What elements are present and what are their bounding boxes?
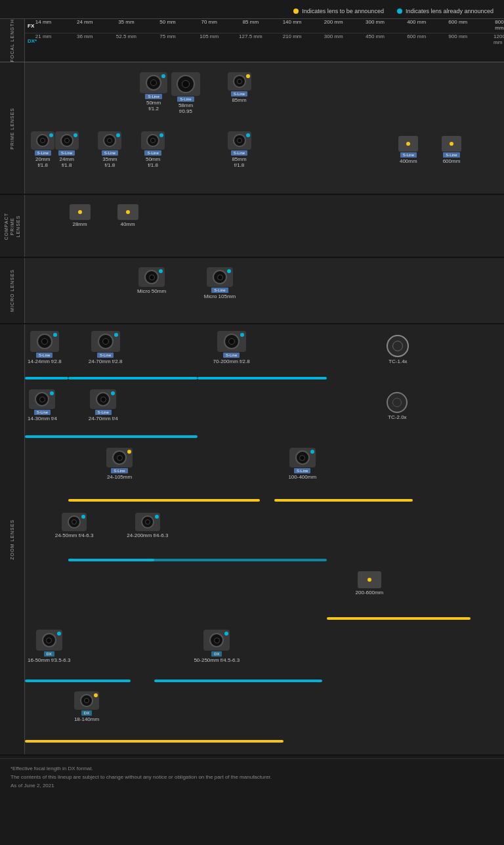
lens-50-1.2: S-Line 50mm f/1.2 [140, 72, 167, 112]
zoom-label-container: ZOOM LENSES [0, 324, 25, 754]
zoom-row2: S-Line 14-30mm f/4 S-Line 24-70mm f/4 [25, 388, 504, 444]
bar-50-250-dx [154, 680, 322, 682]
lens-400mm: S-Line 400mm [398, 136, 418, 164]
fx-tick-70: 70 mm [201, 19, 217, 25]
fx-tick-14: 14 mm [35, 19, 51, 25]
focal-ticks-container: FX 14 mm 24 mm 35 mm 50 mm 70 mm 85 mm 1… [25, 19, 504, 62]
lens-600mm: S-Line 600mm [442, 136, 461, 164]
dx-tick-1200: 1200 mm [494, 33, 504, 45]
zoom-row5: 200-600mm [25, 570, 504, 626]
tc-2.0x: TC-2.0x [387, 392, 408, 420]
dx-tick-75: 75 mm [159, 33, 175, 39]
dx-tick-450: 450 mm [366, 33, 385, 39]
blue-dot-icon [397, 9, 402, 14]
dx-tick-300: 300 mm [324, 33, 343, 39]
zoom-row4: 24-50mm f/4-6.3 24-200mm f/4-6.3 [25, 511, 504, 567]
lens-24-1.8: S-Line 24mm f/1.8 [55, 131, 79, 168]
fx-tick-600: 600 mm [448, 19, 467, 25]
dx-tick-36: 36 mm [77, 33, 93, 39]
lens-40mm: 40mm [117, 204, 138, 227]
bar-18-140-dx [25, 740, 284, 743]
legend-blue: Indicates lens already announced [397, 8, 494, 14]
compact-content: 28mm 40mm [25, 195, 504, 257]
footer-date: As of June 2, 2021 [10, 783, 494, 789]
zoom-row6: DX 16-50mm f/3.5-6.3 DX 50-250mm f/4.5-6… [25, 628, 504, 687]
compact-section: COMPACTPRIMELENSES 28mm 40mm [0, 195, 504, 258]
prime-row2: S-Line 20mm f/1.8 S-Line 24mm f/1.8 [25, 128, 504, 187]
lens-18-140-dx: DX 18-140mm [74, 691, 99, 722]
footer-note1: *Effective focal length in DX format. [10, 766, 494, 771]
tc-1.4x: TC-1.4x [387, 335, 409, 364]
micro-content: Micro 50mm S-Line Micro 105mm [25, 258, 504, 323]
legend: Indicates lens to be announced Indicates… [0, 5, 504, 18]
compact-label-container: COMPACTPRIMELENSES [0, 195, 25, 257]
lens-58-0.95: S-Line 58mm f/0.95 [171, 72, 200, 114]
fx-tick-50: 50 mm [159, 19, 175, 25]
zoom-row1: S-Line 14-24mm f/2.8 S-Line 24-70mm f/2.… [25, 330, 504, 385]
dx-ticks: 21 mm 36 mm 52.5 mm 75 mm 105 mm 127.5 m… [43, 33, 504, 48]
lens-35-1.8: S-Line 35mm f/1.8 [98, 131, 121, 168]
zoom-row7: DX 18-140mm [25, 690, 504, 749]
lens-14-24-2.8: S-Line 14-24mm f/2.8 [28, 331, 62, 364]
micro-section: MICRO LENSES Micro 50mm [0, 258, 504, 324]
lens-85-1.8: S-Line 85mm f/1.8 [228, 131, 251, 168]
bar-16-50-dx [25, 680, 131, 682]
lens-24-50: 24-50mm f/4-6.3 [55, 513, 94, 538]
dx-row: DX* 21 mm 36 mm 52.5 mm 75 mm 105 mm 127… [25, 33, 504, 48]
dx-tick-105: 105 mm [200, 33, 219, 39]
dx-tick-600: 600 mm [407, 33, 426, 39]
lens-20-1.8: S-Line 20mm f/1.8 [31, 131, 54, 168]
lens-24-70-f4: S-Line 24-70mm f/4 [89, 389, 118, 422]
lens-70-200-2.8: S-Line 70-200mm f/2.8 [213, 331, 250, 364]
prime-label-container: PRIME LENSES [0, 62, 25, 194]
zoom-row3: S-Line 24-105mm S-Line 100-400mm [25, 446, 504, 509]
bar-100-400 [274, 499, 413, 502]
lens-24-200: 24-200mm f/4-6.3 [127, 513, 168, 538]
fx-tick-140: 140 mm [283, 19, 302, 25]
micro-label-container: MICRO LENSES [0, 258, 25, 323]
lens-16-50-dx: DX 16-50mm f/3.5-6.3 [28, 630, 70, 663]
bar-24-105 [68, 499, 260, 502]
focal-header: FOCAL LENGTH FX 14 mm 24 mm 35 mm 50 mm … [0, 18, 504, 62]
lens-24-70-2.8: S-Line 24-70mm f/2.8 [89, 331, 123, 364]
legend-yellow-text: Indicates lens to be announced [302, 8, 384, 14]
lens-50-250-dx: DX 50-250mm f/4.5-6.3 [194, 630, 240, 663]
focal-length-label-container: FOCAL LENGTH [0, 19, 25, 62]
bar-24-70-2.8 [68, 377, 198, 379]
focal-length-label: FOCAL LENGTH [10, 19, 14, 62]
dx-tick-21: 21 mm [35, 33, 51, 39]
fx-tick-800: 800 mm [495, 19, 503, 31]
bar-200-600 [327, 617, 471, 620]
bar-24-70-f4 [68, 435, 198, 438]
prime-section: PRIME LENSES S-Line 50mm f/1.2 [0, 62, 504, 195]
lens-28mm: 28mm [70, 204, 91, 227]
zoom-section: ZOOM LENSES S-Line 14-24mm f/2.8 [0, 324, 504, 756]
fx-ticks: 14 mm 24 mm 35 mm 50 mm 70 mm 85 mm 140 … [43, 19, 504, 33]
zoom-content: S-Line 14-24mm f/2.8 S-Line 24-70mm f/2.… [25, 324, 504, 754]
lens-85-prime-top: S-Line 85mm [228, 72, 251, 103]
page: Indicates lens to be announced Indicates… [0, 0, 504, 807]
fx-tick-200: 200 mm [324, 19, 343, 25]
lens-micro-50: Micro 50mm [137, 267, 166, 294]
lens-14-30-f4: S-Line 14-30mm f/4 [28, 389, 57, 422]
lens-24-105: S-Line 24-105mm [106, 448, 133, 480]
lens-100-400: S-Line 100-400mm [288, 448, 316, 480]
fx-row: FX 14 mm 24 mm 35 mm 50 mm 70 mm 85 mm 1… [25, 19, 504, 33]
legend-blue-text: Indicates lens already announced [406, 8, 494, 14]
footer: *Effective focal length in DX format. Th… [0, 758, 504, 794]
dx-tick-52: 52.5 mm [116, 33, 136, 39]
lens-micro-105: S-Line Micro 105mm [204, 267, 236, 299]
compact-row: 28mm 40mm [25, 203, 504, 249]
dx-tick-210: 210 mm [283, 33, 302, 39]
bar-70-200-2.8 [198, 377, 327, 379]
micro-row: Micro 50mm S-Line Micro 105mm [25, 266, 504, 315]
prime-label: PRIME LENSES [10, 108, 14, 150]
yellow-dot-icon [293, 9, 299, 14]
lens-50-1.8: S-Line 50mm f/1.8 [141, 131, 165, 168]
bar-14-24 [25, 377, 68, 379]
prime-content: S-Line 50mm f/1.2 S-Line 58mm f/0.95 [25, 62, 504, 194]
fx-tick-300: 300 mm [366, 19, 385, 25]
fx-tick-35: 35 mm [118, 19, 134, 25]
zoom-label: ZOOM LENSES [10, 519, 14, 560]
dx-tick-127: 127.5 mm [239, 33, 262, 39]
